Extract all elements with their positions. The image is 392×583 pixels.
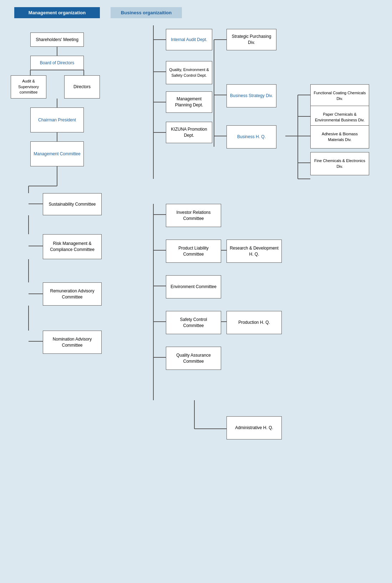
management-committee: Management Committee: [30, 141, 84, 166]
functional-coating-div: Functional Coating Chemicals Div.: [310, 84, 369, 107]
safety-control-committee: Safety Control Committee: [166, 311, 221, 334]
kizuna-dept: KIZUNA Promotion Dept.: [166, 122, 212, 143]
nomination-committee: Nomination Advisory Committee: [43, 331, 102, 354]
internal-audit-dept: Internal Audit Dept.: [166, 29, 212, 50]
chairman-president: Chairman President: [30, 107, 84, 132]
sustainability-committee: Sustainability Committee: [43, 193, 102, 215]
business-header: Business organizaition: [111, 7, 182, 18]
audit-committee: Audit & Supervisory committee: [11, 75, 46, 99]
research-dev-hq: Research & Development H. Q.: [226, 240, 282, 263]
board-of-directors: Board of Directors: [30, 56, 84, 70]
business-org: Internal Audit Dept. Quality, Environmen…: [111, 25, 389, 579]
quality-assurance-committee: Quality Assurance Committee: [166, 347, 221, 370]
environment-committee: Environment Committee: [166, 275, 221, 298]
production-hq: Production H. Q.: [226, 311, 282, 334]
product-liability-committee: Product Liability Committee: [166, 240, 221, 263]
management-panel: Management organization: [4, 7, 111, 583]
quality-env-safety-dept: Quality, Environment & Safety Control De…: [166, 61, 212, 84]
management-org: Shareholders' Meeting Board of Directors…: [7, 29, 107, 583]
business-hq: Business H. Q.: [226, 125, 276, 149]
mgmt-planning-dept: Management Planning Dept.: [166, 91, 212, 113]
main-container: Management organization: [0, 0, 392, 583]
investor-relations-committee: Investor Relations Committee: [166, 204, 221, 227]
shareholders-meeting: Shareholders' Meeting: [30, 32, 84, 47]
administrative-hq: Administrative H. Q.: [226, 416, 282, 439]
remuneration-committee: Remuneration Advisory Committee: [43, 282, 102, 306]
directors: Directors: [64, 75, 100, 99]
adhesive-div: Adhesive & Biomass Materials Div.: [310, 125, 369, 149]
risk-management-committee: Risk Management & Compliance Committee: [43, 234, 102, 259]
strategic-purchasing-div: Strategic Purchasing Div.: [226, 29, 276, 50]
business-panel: Business organizaition: [111, 7, 389, 583]
business-strategy-div: Business Strategy Div.: [226, 84, 276, 107]
management-header: Management organization: [14, 7, 100, 18]
fine-chemicals-div: Fine Chemicals & Electronics Div.: [310, 152, 369, 175]
